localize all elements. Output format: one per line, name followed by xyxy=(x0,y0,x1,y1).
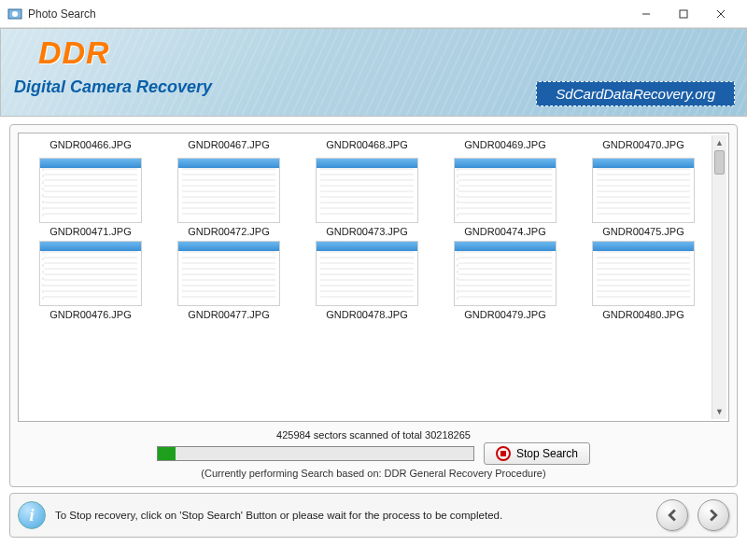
app-icon xyxy=(7,7,22,21)
chevron-left-icon xyxy=(666,509,679,522)
file-label: GNDR00468.JPG xyxy=(326,139,407,152)
thumbnail-image xyxy=(592,158,695,223)
file-label: GNDR00469.JPG xyxy=(464,139,545,152)
logo-text: DDR xyxy=(38,35,110,71)
thumbnail-item[interactable]: GNDR00469.JPG xyxy=(441,139,570,154)
thumbnail-image xyxy=(39,158,142,223)
file-label: GNDR00477.JPG xyxy=(188,309,269,320)
thumbnail-item[interactable]: GNDR00475.JPG xyxy=(579,158,708,237)
next-button[interactable] xyxy=(698,499,729,531)
progress-status-text: 425984 sectors scanned of total 30218265 xyxy=(18,429,729,441)
scroll-up-icon[interactable]: ▲ xyxy=(712,135,726,150)
file-label: GNDR00466.JPG xyxy=(49,139,131,152)
thumbnail-image xyxy=(316,241,418,306)
file-label: GNDR00474.JPG xyxy=(464,226,545,237)
thumbnail-image xyxy=(316,158,418,223)
back-button[interactable] xyxy=(656,499,688,531)
info-icon: i xyxy=(18,501,46,529)
chevron-right-icon xyxy=(707,509,720,522)
file-label: GNDR00479.JPG xyxy=(464,309,545,320)
svg-rect-3 xyxy=(680,10,687,18)
thumbnail-image xyxy=(592,241,695,306)
scroll-down-icon[interactable]: ▼ xyxy=(712,404,726,419)
close-button[interactable] xyxy=(702,1,740,27)
thumbnail-image xyxy=(39,241,142,306)
scroll-thumb[interactable] xyxy=(714,150,725,175)
file-label: GNDR00476.JPG xyxy=(49,309,131,320)
thumbnail-grid: GNDR00466.JPG GNDR00467.JPG GNDR00468.JP… xyxy=(18,133,729,422)
file-label: GNDR00472.JPG xyxy=(188,226,269,237)
thumbnail-item[interactable]: GNDR00471.JPG xyxy=(26,158,155,237)
thumbnail-item[interactable]: GNDR00467.JPG xyxy=(164,139,293,154)
search-basis-text: (Currently performing Search based on: D… xyxy=(18,468,729,479)
thumbnail-item[interactable]: GNDR00468.JPG xyxy=(303,139,431,154)
file-label: GNDR00467.JPG xyxy=(188,139,269,152)
thumbnail-item[interactable]: GNDR00478.JPG xyxy=(303,241,431,320)
thumbnail-item[interactable]: GNDR00480.JPG xyxy=(579,241,708,320)
titlebar: Photo Search xyxy=(0,0,747,28)
minimize-button[interactable] xyxy=(627,1,665,27)
file-label: GNDR00480.JPG xyxy=(602,309,684,320)
thumbnail-image xyxy=(454,158,557,223)
footer-message: To Stop recovery, click on 'Stop Search'… xyxy=(55,510,647,521)
footer: i To Stop recovery, click on 'Stop Searc… xyxy=(9,493,738,538)
stop-button-label: Stop Search xyxy=(516,447,578,460)
website-ribbon: SdCardDataRecovery.org xyxy=(536,81,735,106)
thumbnail-image xyxy=(454,241,557,306)
file-label: GNDR00475.JPG xyxy=(602,226,684,237)
content-frame: GNDR00466.JPG GNDR00467.JPG GNDR00468.JP… xyxy=(9,124,738,487)
thumbnail-item[interactable]: GNDR00466.JPG xyxy=(26,139,155,154)
svg-point-1 xyxy=(12,11,18,17)
progress-area: 425984 sectors scanned of total 30218265… xyxy=(18,429,729,479)
product-subtitle: Digital Camera Recovery xyxy=(14,77,212,97)
thumbnail-item[interactable]: GNDR00470.JPG xyxy=(579,139,708,154)
file-label: GNDR00478.JPG xyxy=(326,309,407,320)
progress-fill xyxy=(158,447,176,460)
thumbnail-item[interactable]: GNDR00474.JPG xyxy=(441,158,570,237)
file-label: GNDR00471.JPG xyxy=(49,226,131,237)
file-label: GNDR00470.JPG xyxy=(602,139,684,152)
stop-search-button[interactable]: Stop Search xyxy=(484,442,590,465)
banner: DDR Digital Camera Recovery SdCardDataRe… xyxy=(0,28,747,117)
thumbnail-item[interactable]: GNDR00472.JPG xyxy=(164,158,293,237)
file-label: GNDR00473.JPG xyxy=(326,226,407,237)
progress-bar xyxy=(157,446,474,461)
thumbnail-item[interactable]: GNDR00479.JPG xyxy=(441,241,570,320)
stop-icon xyxy=(496,446,511,461)
maximize-button[interactable] xyxy=(665,1,702,27)
window-title: Photo Search xyxy=(28,7,627,21)
thumbnail-image xyxy=(177,241,280,306)
thumbnail-image xyxy=(177,158,280,223)
thumbnail-item[interactable]: GNDR00473.JPG xyxy=(303,158,431,237)
thumbnail-item[interactable]: GNDR00476.JPG xyxy=(26,241,155,320)
thumbnail-item[interactable]: GNDR00477.JPG xyxy=(164,241,293,320)
scrollbar[interactable]: ▲ ▼ xyxy=(712,135,726,419)
